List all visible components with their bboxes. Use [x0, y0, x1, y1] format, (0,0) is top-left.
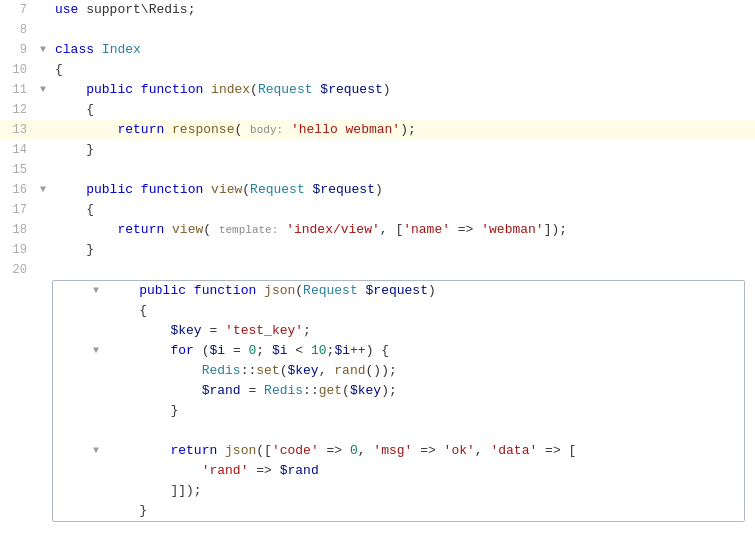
fold-22 — [88, 301, 104, 321]
line-content-19: } — [51, 240, 755, 260]
line-content-7: use support\Redis; — [51, 0, 755, 20]
line-content-29: return json(['code' => 0, 'msg' => 'ok',… — [104, 441, 744, 461]
code-editor: 7 use support\Redis; 8 9 ▼ class Index 1… — [0, 0, 755, 549]
line-content-9: class Index — [51, 40, 755, 60]
line-content-11: public function index(Request $request) — [51, 80, 755, 100]
line-content-26: $rand = Redis::get($key); — [104, 381, 744, 401]
line-content-17: { — [51, 200, 755, 220]
line-content-23: $key = 'test_key'; — [104, 321, 744, 341]
fold-20 — [35, 260, 51, 280]
code-line-22: { — [53, 301, 744, 321]
code-line-26: $rand = Redis::get($key); — [53, 381, 744, 401]
fold-11[interactable]: ▼ — [35, 80, 51, 100]
line-content-30: 'rand' => $rand — [104, 461, 744, 481]
fold-29[interactable]: ▼ — [88, 441, 104, 461]
line-num-25 — [53, 361, 88, 381]
code-line-7: 7 use support\Redis; — [0, 0, 755, 20]
code-line-23: $key = 'test_key'; — [53, 321, 744, 341]
line-content-32: } — [104, 501, 744, 521]
code-line-14: 14 } — [0, 140, 755, 160]
line-content-8 — [51, 20, 755, 40]
line-num-21 — [53, 281, 88, 301]
fold-19 — [35, 240, 51, 260]
line-content-25: Redis::set($key, rand()); — [104, 361, 744, 381]
fold-18 — [35, 220, 51, 240]
code-line-31: ]]); — [53, 481, 744, 501]
code-line-9: 9 ▼ class Index — [0, 40, 755, 60]
line-num-28 — [53, 421, 88, 441]
fold-7 — [35, 0, 51, 20]
code-line-32: } — [53, 501, 744, 521]
line-content-31: ]]); — [104, 481, 744, 501]
fold-30 — [88, 461, 104, 481]
line-num-8: 8 — [0, 20, 35, 40]
code-line-28 — [53, 421, 744, 441]
line-content-16: public function view(Request $request) — [51, 180, 755, 200]
fold-9[interactable]: ▼ — [35, 40, 51, 60]
line-num-24 — [53, 341, 88, 361]
fold-21[interactable]: ▼ — [88, 281, 104, 301]
line-num-7: 7 — [0, 0, 35, 20]
fold-25 — [88, 361, 104, 381]
line-num-23 — [53, 321, 88, 341]
line-num-18: 18 — [0, 220, 35, 240]
line-num-32 — [53, 501, 88, 521]
code-line-8: 8 — [0, 20, 755, 40]
line-num-15: 15 — [0, 160, 35, 180]
line-num-10: 10 — [0, 60, 35, 80]
line-content-20 — [51, 260, 755, 280]
code-line-27: } — [53, 401, 744, 421]
code-line-21: ▼ public function json(Request $request) — [53, 281, 744, 301]
line-content-15 — [51, 160, 755, 180]
fold-16[interactable]: ▼ — [35, 180, 51, 200]
line-content-12: { — [51, 100, 755, 120]
line-num-30 — [53, 461, 88, 481]
line-content-13: return response( body: 'hello webman'); — [51, 120, 755, 140]
line-content-27: } — [104, 401, 744, 421]
code-line-18: 18 return view( template: 'index/view', … — [0, 220, 755, 240]
json-function-box: ▼ public function json(Request $request)… — [52, 280, 745, 522]
code-line-11: 11 ▼ public function index(Request $requ… — [0, 80, 755, 100]
code-line-25: Redis::set($key, rand()); — [53, 361, 744, 381]
code-line-16: 16 ▼ public function view(Request $reque… — [0, 180, 755, 200]
fold-8 — [35, 20, 51, 40]
line-num-12: 12 — [0, 100, 35, 120]
line-num-31 — [53, 481, 88, 501]
line-num-9: 9 — [0, 40, 35, 60]
fold-24[interactable]: ▼ — [88, 341, 104, 361]
line-num-22 — [53, 301, 88, 321]
line-content-21: public function json(Request $request) — [104, 281, 744, 301]
line-num-26 — [53, 381, 88, 401]
line-num-29 — [53, 441, 88, 461]
code-line-19: 19 } — [0, 240, 755, 260]
line-content-10: { — [51, 60, 755, 80]
fold-14 — [35, 140, 51, 160]
fold-17 — [35, 200, 51, 220]
line-num-20: 20 — [0, 260, 35, 280]
line-content-18: return view( template: 'index/view', ['n… — [51, 220, 755, 240]
fold-15 — [35, 160, 51, 180]
code-lines: 7 use support\Redis; 8 9 ▼ class Index 1… — [0, 0, 755, 522]
line-num-19: 19 — [0, 240, 35, 260]
code-line-30: 'rand' => $rand — [53, 461, 744, 481]
line-content-28 — [104, 421, 744, 441]
code-line-24: ▼ for ($i = 0; $i < 10;$i++) { — [53, 341, 744, 361]
line-num-14: 14 — [0, 140, 35, 160]
code-line-17: 17 { — [0, 200, 755, 220]
fold-27 — [88, 401, 104, 421]
line-num-11: 11 — [0, 80, 35, 100]
code-line-29: ▼ return json(['code' => 0, 'msg' => 'ok… — [53, 441, 744, 461]
fold-28 — [88, 421, 104, 441]
fold-13 — [35, 120, 51, 140]
line-num-27 — [53, 401, 88, 421]
code-line-15: 15 — [0, 160, 755, 180]
line-num-17: 17 — [0, 200, 35, 220]
code-line-12: 12 { — [0, 100, 755, 120]
fold-12 — [35, 100, 51, 120]
line-content-22: { — [104, 301, 744, 321]
fold-10 — [35, 60, 51, 80]
code-line-10: 10 { — [0, 60, 755, 80]
fold-31 — [88, 481, 104, 501]
line-num-16: 16 — [0, 180, 35, 200]
line-num-13: 13 — [0, 120, 35, 140]
